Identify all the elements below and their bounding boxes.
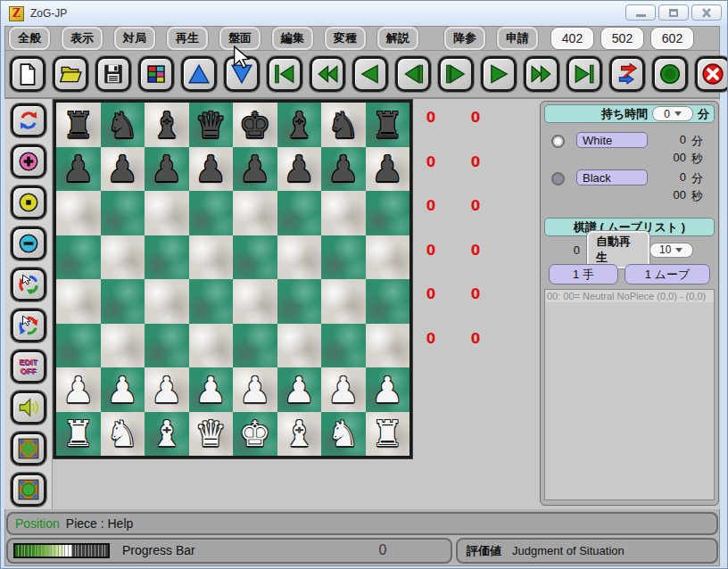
chess-piece[interactable]: ♟ — [62, 148, 95, 189]
chess-piece[interactable]: ♜ — [371, 104, 403, 145]
board-square[interactable] — [145, 279, 189, 324]
save-button[interactable] — [95, 56, 131, 92]
board-square[interactable]: ♟ — [101, 367, 145, 412]
open-folder-button[interactable] — [53, 56, 88, 92]
board-square[interactable]: ♞ — [321, 103, 366, 147]
chess-piece[interactable]: ♝ — [151, 413, 183, 454]
one-move-button[interactable]: 1 ムーブ — [625, 264, 710, 284]
chess-piece[interactable]: ♟ — [283, 148, 315, 189]
board-square[interactable] — [101, 235, 145, 280]
go-to-end-button[interactable] — [567, 56, 602, 92]
menu-commentary[interactable]: 解説 — [377, 27, 418, 50]
board-square[interactable] — [321, 324, 366, 368]
chess-piece[interactable]: ♟ — [151, 148, 183, 189]
menu-request[interactable]: 申請 — [497, 27, 538, 50]
board-square[interactable]: ♟ — [101, 147, 145, 192]
cancel-button[interactable] — [695, 56, 728, 92]
board-square[interactable]: ♟ — [366, 367, 410, 412]
chess-piece[interactable]: ♟ — [151, 369, 183, 410]
chess-piece[interactable]: ♟ — [239, 369, 271, 410]
rotate-multicolor-1-button[interactable] — [11, 268, 46, 301]
board-square[interactable] — [321, 279, 366, 324]
board-square[interactable]: ♟ — [233, 367, 277, 412]
button-402[interactable]: 402 — [551, 28, 593, 49]
auto-replay-button[interactable]: 自動再生 — [587, 231, 649, 268]
fast-forward-button[interactable] — [524, 56, 559, 92]
board-square[interactable] — [233, 235, 277, 280]
chess-piece[interactable]: ♝ — [283, 104, 315, 145]
board-square[interactable]: ♝ — [277, 412, 322, 457]
chess-piece[interactable]: ♟ — [371, 148, 403, 189]
board-square[interactable] — [277, 324, 322, 368]
chess-piece[interactable]: ♞ — [327, 104, 360, 145]
board-square[interactable] — [56, 324, 101, 368]
dot-circle-button[interactable] — [11, 186, 46, 219]
menu-replay[interactable]: 再生 — [167, 27, 208, 50]
board-square[interactable]: ♜ — [366, 412, 410, 457]
menu-general[interactable]: 全般 — [9, 27, 50, 50]
board-square[interactable]: ♚ — [233, 103, 277, 147]
time-dropdown[interactable]: 0 — [652, 106, 693, 121]
board-square[interactable]: ♟ — [189, 367, 234, 412]
chess-piece[interactable]: ♟ — [327, 369, 360, 410]
chess-piece[interactable]: ♟ — [62, 369, 95, 410]
board-square[interactable]: ♟ — [145, 367, 189, 412]
resize-circle-button[interactable] — [11, 473, 46, 507]
chess-piece[interactable]: ♜ — [62, 413, 95, 454]
board-square[interactable] — [277, 191, 322, 235]
white-player-radio[interactable] — [551, 135, 565, 148]
black-player-name-field[interactable]: Black — [576, 169, 648, 186]
sound-button[interactable] — [11, 391, 46, 425]
menu-resign[interactable]: 降参 — [444, 27, 485, 50]
step-forward-button[interactable] — [438, 56, 474, 92]
chess-piece[interactable]: ♚ — [239, 104, 271, 145]
chess-piece[interactable]: ♟ — [106, 148, 138, 189]
board-square[interactable]: ♟ — [321, 367, 366, 412]
board-square[interactable]: ♟ — [56, 367, 101, 412]
step-backward-button[interactable] — [395, 56, 431, 92]
board-square[interactable] — [366, 279, 410, 324]
maximize-button[interactable] — [658, 4, 689, 21]
board-square[interactable]: ♝ — [277, 103, 322, 147]
fast-rewind-button[interactable] — [310, 56, 345, 92]
board-square[interactable]: ♝ — [145, 103, 189, 147]
board-square[interactable]: ♝ — [145, 412, 189, 457]
chess-piece[interactable]: ♝ — [151, 104, 183, 145]
board-square[interactable] — [233, 279, 277, 324]
board-square[interactable] — [145, 324, 189, 368]
chess-piece[interactable]: ♞ — [327, 413, 360, 454]
board-square[interactable] — [277, 235, 322, 280]
button-502[interactable]: 502 — [601, 28, 643, 49]
menu-view[interactable]: 表示 — [62, 27, 103, 50]
menu-game[interactable]: 対局 — [114, 27, 155, 50]
chess-piece[interactable]: ♜ — [62, 104, 95, 145]
menu-edit[interactable]: 編集 — [272, 27, 313, 50]
board-square[interactable] — [321, 191, 366, 235]
palette-button[interactable] — [138, 56, 174, 92]
board-square[interactable] — [321, 235, 366, 280]
chess-piece[interactable]: ♟ — [371, 369, 403, 410]
chess-piece[interactable]: ♞ — [106, 104, 138, 145]
chess-piece[interactable]: ♟ — [283, 369, 315, 410]
board-square[interactable]: ♟ — [145, 147, 189, 192]
board-square[interactable]: ♟ — [56, 147, 101, 192]
board-square[interactable]: ♜ — [366, 103, 410, 147]
triangle-up-button[interactable] — [181, 56, 217, 92]
board-square[interactable]: ♞ — [321, 412, 366, 457]
chess-piece[interactable]: ♚ — [239, 413, 271, 454]
chess-piece[interactable]: ♟ — [239, 148, 271, 189]
new-document-button[interactable] — [10, 56, 46, 92]
board-square[interactable]: ♟ — [233, 147, 277, 192]
chess-piece[interactable]: ♟ — [194, 369, 227, 410]
menu-variant[interactable]: 変種 — [325, 27, 366, 50]
play-forward-button[interactable] — [481, 56, 517, 92]
edit-off-button[interactable]: EDIT OFF — [11, 350, 46, 383]
board-square[interactable] — [189, 279, 234, 324]
green-circle-button[interactable] — [652, 56, 688, 92]
move-list[interactable]: 00: 00= Neutral NoPiece (0,0) - (0,0) — [544, 289, 715, 500]
board-square[interactable]: ♟ — [189, 147, 234, 192]
board-square[interactable]: ♞ — [101, 412, 145, 457]
board-square[interactable] — [233, 191, 277, 235]
board-square[interactable] — [56, 191, 101, 235]
board-square[interactable] — [277, 279, 322, 324]
